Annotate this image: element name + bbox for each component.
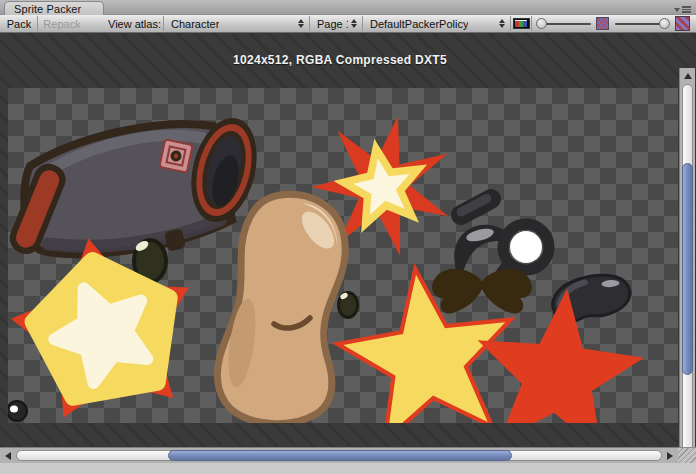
atlas-info-text: 1024x512, RGBA Compressed DXT5 [0, 53, 680, 67]
olive-small-sprite [337, 291, 359, 319]
chevron-updown-icon [298, 19, 304, 28]
horizontal-scroll-track[interactable] [16, 450, 662, 461]
horizontal-scrollbar[interactable] [0, 447, 678, 463]
packer-policy-dropdown[interactable]: DefaultPackerPolicy [363, 15, 510, 32]
mustache-sprite [432, 269, 532, 314]
scroll-up-button[interactable] [680, 69, 695, 83]
cannon-logo [159, 139, 192, 172]
sprite-packer-window: Sprite Packer Pack Repack View atlas: Ch… [0, 0, 696, 474]
chevron-updown-icon [499, 19, 505, 28]
resize-grip[interactable] [678, 447, 696, 463]
view-atlas-label: View atlas: [96, 15, 161, 32]
arrow-up-icon [684, 73, 692, 79]
window-bottom-edge [0, 463, 696, 474]
horizontal-scroll-thumb[interactable] [168, 450, 512, 461]
page-dropdown-value: Page 1 [317, 18, 348, 30]
scroll-left-button[interactable] [1, 449, 15, 463]
arrow-right-icon [667, 452, 673, 460]
window-menu-icon[interactable] [674, 5, 690, 14]
page-dropdown[interactable]: Page 1 [310, 15, 362, 32]
checker-large-icon [675, 16, 690, 31]
cannon-sprite [8, 111, 267, 258]
atlas-viewport[interactable]: 1024x512, RGBA Compressed DXT5 [0, 33, 696, 447]
pack-button[interactable]: Pack [2, 15, 36, 32]
separator [531, 16, 532, 31]
zoom-slider-knob[interactable] [536, 18, 547, 29]
rgb-icon [513, 18, 530, 29]
toolbar: Pack Repack View atlas: Character Page 1… [0, 15, 696, 33]
mip-slider[interactable] [611, 15, 671, 32]
eyebrow-sprite [447, 185, 504, 228]
menu-bars-icon [682, 6, 691, 13]
zoom-slider[interactable] [535, 15, 595, 32]
policy-dropdown-value: DefaultPackerPolicy [370, 18, 468, 30]
atlas-dropdown[interactable]: Character [164, 15, 309, 32]
tab-label: Sprite Packer [14, 3, 81, 15]
menu-caret-icon [674, 8, 680, 12]
vertical-scroll-thumb[interactable] [682, 163, 693, 375]
tab-sprite-packer[interactable]: Sprite Packer [4, 1, 104, 15]
arrow-left-icon [5, 452, 11, 460]
repack-button[interactable]: Repack [38, 15, 86, 32]
atlas-dropdown-value: Character [171, 18, 219, 30]
checker-small-icon [596, 17, 609, 30]
vertical-scroll-track[interactable] [682, 84, 693, 464]
ball-small-sprite [8, 401, 27, 421]
chevron-updown-icon [351, 19, 357, 28]
scroll-right-button[interactable] [663, 449, 677, 463]
tab-bar: Sprite Packer [0, 0, 696, 15]
mip-small-indicator [595, 15, 610, 32]
atlas-texture[interactable] [8, 88, 678, 423]
mip-large-indicator [673, 15, 691, 32]
vertical-scrollbar[interactable] [679, 68, 695, 474]
rgb-alpha-toggle-button[interactable] [511, 15, 531, 32]
bean-character-sprite [217, 194, 345, 423]
atlas-sprites [8, 88, 678, 423]
mip-slider-knob[interactable] [659, 18, 670, 29]
